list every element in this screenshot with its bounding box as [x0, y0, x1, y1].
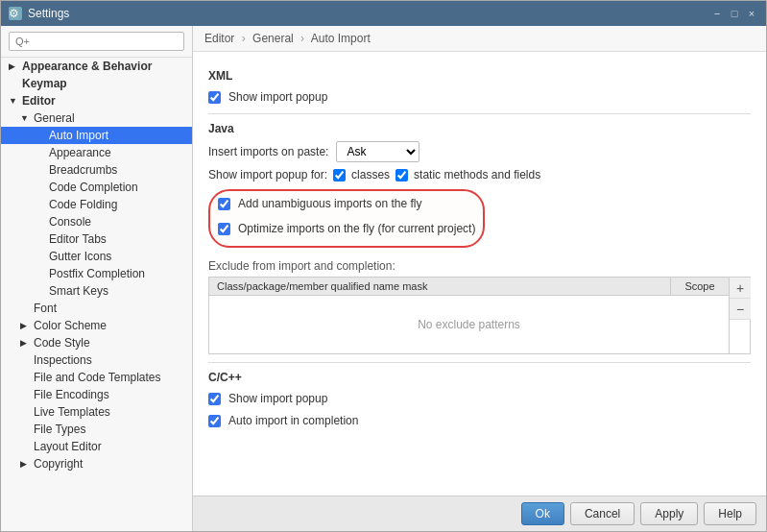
col2-header: Scope: [671, 278, 729, 295]
sidebar-item-color-scheme[interactable]: ▶ Color Scheme: [1, 317, 192, 334]
cpp-show-popup-row: Show import popup: [208, 390, 751, 407]
sidebar-label: Console: [49, 215, 91, 229]
sidebar-item-code-style[interactable]: ▶ Code Style: [1, 334, 192, 351]
cpp-show-popup-checkbox[interactable]: [208, 393, 221, 405]
minimize-button[interactable]: −: [710, 7, 724, 20]
cpp-auto-import-label: Auto import in completion: [228, 414, 358, 427]
sidebar-item-font[interactable]: Font: [1, 300, 192, 317]
static-methods-label: static methods and fields: [414, 168, 540, 181]
add-unambiguous-label: Add unambiguous imports on the fly: [238, 197, 421, 210]
window-controls: − □ ×: [710, 7, 758, 20]
sidebar-label: Breadcrumbs: [49, 163, 117, 177]
settings-window: ⚙ Settings − □ × ▶ Appearance & Behavior…: [0, 0, 767, 532]
sidebar-item-editor[interactable]: ▼ Editor: [1, 92, 192, 109]
sidebar-label: File Types: [34, 423, 85, 436]
breadcrumb-sep-2: ›: [300, 32, 304, 45]
settings-content: XML Show import popup Java Insert import…: [193, 52, 766, 496]
close-button[interactable]: ×: [745, 7, 758, 20]
sidebar-item-file-code-templates[interactable]: File and Code Templates: [1, 369, 192, 386]
sidebar-label: Font: [34, 302, 57, 315]
sidebar-item-auto-import[interactable]: Auto Import: [1, 127, 192, 144]
sidebar-item-appearance-behavior[interactable]: ▶ Appearance & Behavior: [1, 58, 192, 75]
sidebar-label: Appearance: [49, 146, 111, 159]
content-area: ▶ Appearance & Behavior Keymap ▼ Editor …: [1, 26, 766, 531]
xml-section-label: XML: [208, 69, 751, 83]
sidebar-label: Code Style: [34, 336, 90, 350]
sidebar-label: Copyright: [34, 457, 83, 471]
sidebar-item-keymap[interactable]: Keymap: [1, 75, 192, 92]
breadcrumb-general: General: [252, 32, 294, 45]
cpp-auto-import-row: Auto import in completion: [208, 412, 751, 429]
breadcrumb: Editor › General › Auto Import: [193, 26, 766, 52]
table-header: Class/package/member qualified name mask…: [209, 278, 729, 296]
sidebar-label: Code Completion: [49, 181, 138, 194]
sidebar-item-layout-editor[interactable]: Layout Editor: [1, 438, 192, 455]
sidebar-item-console[interactable]: Console: [1, 213, 192, 230]
breadcrumb-auto-import: Auto Import: [311, 32, 371, 45]
highlight-box: Add unambiguous imports on the fly Optim…: [208, 189, 485, 248]
classes-checkbox[interactable]: [333, 169, 346, 181]
java-section-label: Java: [208, 122, 751, 135]
sidebar-item-live-templates[interactable]: Live Templates: [1, 403, 192, 421]
xml-show-import-checkbox[interactable]: [208, 91, 221, 104]
sidebar-label: File Encodings: [34, 388, 109, 401]
chevron-down-icon: ▼: [9, 96, 18, 106]
remove-pattern-button[interactable]: −: [730, 299, 751, 320]
sidebar-item-file-encodings[interactable]: File Encodings: [1, 386, 192, 403]
show-import-popup-label: Show import popup for:: [208, 168, 327, 181]
title-bar: ⚙ Settings − □ ×: [1, 1, 766, 26]
breadcrumb-editor: Editor: [204, 32, 234, 45]
bottom-bar: Ok Cancel Apply Help: [193, 496, 766, 531]
xml-show-import-row: Show import popup: [208, 88, 751, 106]
maximize-button[interactable]: □: [728, 7, 741, 20]
sidebar-item-code-completion[interactable]: Code Completion: [1, 179, 192, 196]
classes-label: classes: [351, 168, 390, 181]
ok-button[interactable]: Ok: [521, 502, 564, 525]
window-title: Settings: [28, 7, 69, 20]
chevron-right-icon: ▶: [20, 459, 30, 469]
sidebar-label: File and Code Templates: [34, 371, 161, 384]
search-input[interactable]: [9, 32, 184, 51]
optimize-imports-label: Optimize imports on the fly (for current…: [238, 222, 475, 235]
sidebar-label: Code Folding: [49, 198, 117, 211]
sidebar-item-postfix-completion[interactable]: Postfix Completion: [1, 265, 192, 282]
add-pattern-button[interactable]: +: [730, 278, 751, 299]
chevron-right-icon: ▶: [20, 338, 30, 348]
no-patterns-text: No exclude patterns: [402, 302, 536, 347]
optimize-imports-checkbox[interactable]: [218, 223, 230, 235]
apply-button[interactable]: Apply: [640, 502, 698, 525]
cancel-button[interactable]: Cancel: [570, 502, 635, 525]
sidebar-item-inspections[interactable]: Inspections: [1, 351, 192, 369]
cpp-auto-import-checkbox[interactable]: [208, 415, 221, 427]
sidebar-item-breadcrumbs[interactable]: Breadcrumbs: [1, 161, 192, 179]
static-methods-checkbox[interactable]: [395, 169, 408, 181]
sidebar-item-smart-keys[interactable]: Smart Keys: [1, 282, 192, 300]
sidebar-item-editor-tabs[interactable]: Editor Tabs: [1, 230, 192, 248]
sidebar-label: Editor Tabs: [49, 232, 107, 246]
sidebar: ▶ Appearance & Behavior Keymap ▼ Editor …: [1, 26, 193, 531]
sidebar-label: Editor: [22, 94, 56, 108]
sidebar-label: Auto Import: [49, 129, 108, 142]
title-bar-left: ⚙ Settings: [9, 7, 69, 20]
main-panel: Editor › General › Auto Import XML Show …: [193, 26, 766, 531]
exclude-label: Exclude from import and completion:: [208, 259, 751, 273]
sidebar-item-copyright[interactable]: ▶ Copyright: [1, 455, 192, 472]
sidebar-item-code-folding[interactable]: Code Folding: [1, 196, 192, 213]
insert-imports-row: Insert imports on paste: Ask Always Neve…: [208, 141, 751, 162]
settings-icon: ⚙: [9, 7, 22, 20]
sidebar-item-appearance[interactable]: Appearance: [1, 144, 192, 161]
sidebar-item-general[interactable]: ▼ General: [1, 109, 192, 127]
insert-imports-select[interactable]: Ask Always Never: [336, 141, 419, 162]
sidebar-item-file-types[interactable]: File Types: [1, 421, 192, 438]
search-box: [1, 26, 192, 58]
add-unambiguous-row: Add unambiguous imports on the fly: [218, 195, 475, 212]
insert-imports-label: Insert imports on paste:: [208, 145, 328, 158]
sidebar-label: Layout Editor: [34, 440, 102, 453]
exclude-table: Class/package/member qualified name mask…: [208, 277, 751, 354]
help-button[interactable]: Help: [704, 502, 756, 525]
add-unambiguous-checkbox[interactable]: [218, 198, 230, 210]
sidebar-item-gutter-icons[interactable]: Gutter Icons: [1, 248, 192, 265]
table-toolbar: + −: [729, 278, 750, 353]
sidebar-label: Gutter Icons: [49, 250, 111, 263]
cpp-section-label: C/C++: [208, 371, 751, 384]
